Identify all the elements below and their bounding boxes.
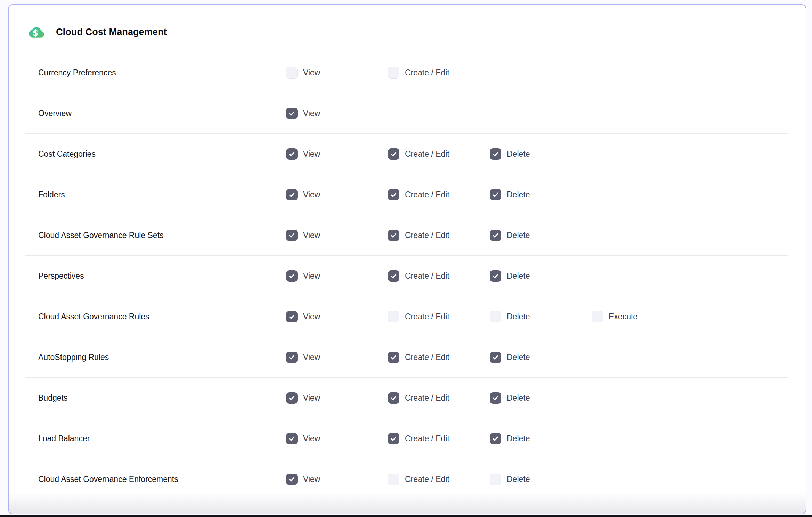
permission-label: Create / Edit <box>405 312 449 321</box>
resource-label: AutoStopping Rules <box>38 353 286 362</box>
permission-label: Create / Edit <box>405 68 449 77</box>
resource-label: Budgets <box>38 393 286 403</box>
view-permission-cell[interactable]: View <box>286 148 388 160</box>
create-edit-checkbox[interactable] <box>388 67 399 79</box>
permission-label: Delete <box>507 475 530 484</box>
create-edit-checkbox[interactable] <box>388 474 399 485</box>
create-edit-permission-cell[interactable]: Create / Edit <box>388 311 490 322</box>
create-edit-checkbox[interactable] <box>388 148 399 160</box>
table-row: OverviewView <box>25 93 788 134</box>
table-row: Currency PreferencesViewCreate / Edit <box>25 52 788 93</box>
view-checkbox[interactable] <box>286 352 298 363</box>
table-row: AutoStopping RulesViewCreate / EditDelet… <box>25 337 788 378</box>
create-edit-permission-cell[interactable]: Create / Edit <box>388 230 490 241</box>
view-permission-cell[interactable]: View <box>286 433 388 444</box>
create-edit-checkbox[interactable] <box>388 270 399 282</box>
view-permission-cell[interactable]: View <box>286 311 388 322</box>
permission-label: View <box>303 231 320 240</box>
create-edit-checkbox[interactable] <box>388 433 399 444</box>
view-checkbox[interactable] <box>286 311 298 322</box>
create-edit-checkbox[interactable] <box>388 230 399 241</box>
create-edit-checkbox[interactable] <box>388 189 399 200</box>
delete-checkbox[interactable] <box>490 189 501 200</box>
page-title: Cloud Cost Management <box>56 27 167 38</box>
delete-checkbox[interactable] <box>490 392 501 404</box>
create-edit-permission-cell[interactable]: Create / Edit <box>388 148 490 160</box>
table-row: PerspectivesViewCreate / EditDelete <box>25 256 788 296</box>
resource-label: Overview <box>38 109 286 118</box>
permission-label: View <box>303 109 320 118</box>
create-edit-checkbox[interactable] <box>388 311 399 322</box>
permission-label: View <box>303 393 320 403</box>
delete-checkbox[interactable] <box>490 433 501 444</box>
table-row: Cost CategoriesViewCreate / EditDelete <box>25 134 788 174</box>
create-edit-checkbox[interactable] <box>388 352 399 363</box>
cloud-cost-management-panel: $ Cloud Cost Management Currency Prefere… <box>8 4 806 514</box>
permission-label: Delete <box>507 434 530 443</box>
delete-permission-cell[interactable]: Delete <box>490 230 592 241</box>
delete-permission-cell[interactable]: Delete <box>490 189 592 200</box>
permission-label: Delete <box>507 312 530 321</box>
delete-checkbox[interactable] <box>490 270 501 282</box>
view-permission-cell[interactable]: View <box>286 474 388 485</box>
create-edit-permission-cell[interactable]: Create / Edit <box>388 270 490 282</box>
permission-label: Create / Edit <box>405 149 449 159</box>
view-checkbox[interactable] <box>286 474 298 485</box>
view-checkbox[interactable] <box>286 433 298 444</box>
table-row: Cloud Asset Governance RulesViewCreate /… <box>25 296 788 337</box>
create-edit-permission-cell[interactable]: Create / Edit <box>388 189 490 200</box>
permission-label: Execute <box>609 312 638 321</box>
permission-label: View <box>303 434 320 443</box>
permission-label: Delete <box>507 393 530 403</box>
delete-permission-cell[interactable]: Delete <box>490 474 592 485</box>
create-edit-permission-cell[interactable]: Create / Edit <box>388 352 490 363</box>
view-permission-cell[interactable]: View <box>286 67 388 79</box>
delete-checkbox[interactable] <box>490 148 501 160</box>
view-checkbox[interactable] <box>286 230 298 241</box>
create-edit-permission-cell[interactable]: Create / Edit <box>388 474 490 485</box>
table-row: Load BalancerViewCreate / EditDelete <box>25 418 788 459</box>
table-row: BudgetsViewCreate / EditDelete <box>25 378 788 418</box>
delete-permission-cell[interactable]: Delete <box>490 148 592 160</box>
permission-label: View <box>303 149 320 159</box>
view-permission-cell[interactable]: View <box>286 270 388 282</box>
permission-label: View <box>303 68 320 77</box>
delete-checkbox[interactable] <box>490 474 501 485</box>
delete-permission-cell[interactable]: Delete <box>490 352 592 363</box>
create-edit-checkbox[interactable] <box>388 392 399 404</box>
view-checkbox[interactable] <box>286 189 298 200</box>
permission-label: View <box>303 271 320 281</box>
permission-label: Create / Edit <box>405 353 449 362</box>
view-permission-cell[interactable]: View <box>286 189 388 200</box>
cloud-dollar-icon: $ <box>28 25 45 40</box>
table-row: Cloud Asset Governance Rule SetsViewCrea… <box>25 215 788 256</box>
delete-permission-cell[interactable]: Delete <box>490 433 592 444</box>
permission-label: Create / Edit <box>405 231 449 240</box>
delete-permission-cell[interactable]: Delete <box>490 270 592 282</box>
view-permission-cell[interactable]: View <box>286 392 388 404</box>
view-checkbox[interactable] <box>286 392 298 404</box>
svg-text:$: $ <box>33 28 39 38</box>
delete-permission-cell[interactable]: Delete <box>490 311 592 322</box>
view-permission-cell[interactable]: View <box>286 352 388 363</box>
page: $ Cloud Cost Management Currency Prefere… <box>0 0 812 517</box>
delete-checkbox[interactable] <box>490 311 501 322</box>
permission-label: Delete <box>507 353 530 362</box>
create-edit-permission-cell[interactable]: Create / Edit <box>388 392 490 404</box>
delete-checkbox[interactable] <box>490 352 501 363</box>
view-checkbox[interactable] <box>286 108 298 119</box>
view-checkbox[interactable] <box>286 67 298 79</box>
delete-permission-cell[interactable]: Delete <box>490 392 592 404</box>
view-checkbox[interactable] <box>286 270 298 282</box>
permission-label: Delete <box>507 149 530 159</box>
execute-permission-cell[interactable]: Execute <box>592 311 693 322</box>
view-checkbox[interactable] <box>286 148 298 160</box>
view-permission-cell[interactable]: View <box>286 108 388 119</box>
permission-label: Delete <box>507 190 530 199</box>
view-permission-cell[interactable]: View <box>286 230 388 241</box>
delete-checkbox[interactable] <box>490 230 501 241</box>
create-edit-permission-cell[interactable]: Create / Edit <box>388 67 490 79</box>
create-edit-permission-cell[interactable]: Create / Edit <box>388 433 490 444</box>
resource-label: Cloud Asset Governance Rules <box>38 312 286 321</box>
execute-checkbox[interactable] <box>592 311 603 322</box>
